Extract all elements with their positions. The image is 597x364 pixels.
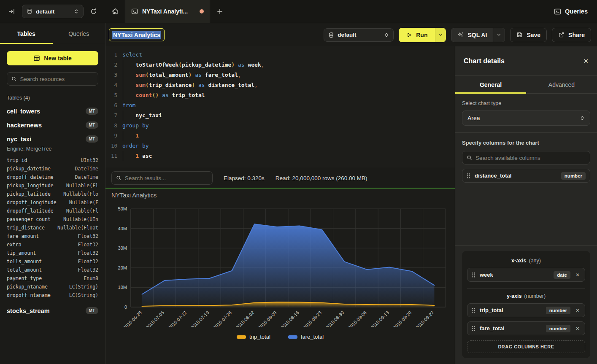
x-tick-label: 2015-08-30	[324, 310, 345, 327]
sql-ai-main[interactable]: SQL AI	[451, 28, 493, 42]
panel-tab-advanced-label: Advanced	[548, 81, 575, 88]
new-tab-button[interactable]	[210, 0, 230, 23]
tab-strip: NYTaxi Analyti...	[105, 0, 545, 23]
sidebar-search-input[interactable]	[20, 76, 94, 82]
y-tick-label: 20M	[118, 265, 127, 270]
table-name: nyc_taxi	[7, 136, 31, 143]
share-button-label: Share	[568, 32, 585, 38]
search-icon	[467, 155, 472, 161]
run-options-caret[interactable]	[435, 28, 446, 42]
chip-label: week	[480, 272, 549, 278]
code-text: 1 asc	[122, 151, 152, 161]
table-icon	[33, 55, 40, 62]
sql-ai-button[interactable]: SQL AI	[451, 28, 505, 42]
sidebar-database-selector[interactable]: default	[22, 5, 84, 18]
columns-search-input[interactable]	[475, 155, 586, 161]
remove-column-icon[interactable]: ✕	[575, 326, 581, 332]
x-tick-label: 2015-07-05	[145, 310, 165, 327]
x-tick-label: 2015-09-13	[370, 310, 390, 327]
table-name: cell_towers	[7, 108, 40, 115]
read-stat: Read: 20,000,000 rows (260.00 MB)	[276, 175, 367, 181]
column-type: DateTime	[75, 173, 98, 181]
query-title-input[interactable]: NYTaxi Analytics	[109, 28, 165, 41]
column-chip-trip_total[interactable]: trip_totalnumber✕	[467, 303, 585, 317]
column-chip-fare_total[interactable]: fare_totalnumber✕	[467, 321, 585, 335]
panel-tab-general-label: General	[480, 81, 502, 88]
chart-type-value: Area	[467, 115, 480, 121]
run-button[interactable]: Run	[399, 28, 446, 42]
type-badge: number	[546, 325, 570, 332]
drag-handle-icon[interactable]	[467, 173, 470, 178]
share-button[interactable]: Share	[552, 28, 591, 42]
column-chip-distance_total[interactable]: distance_totalnumber	[462, 169, 590, 183]
table-item-nyc-taxi[interactable]: nyc_taxi MT	[7, 135, 98, 143]
panel-tab-general[interactable]: General	[455, 76, 526, 93]
sidebar-search[interactable]	[7, 72, 98, 86]
columns-search[interactable]	[462, 151, 590, 164]
column-row: dropoff_longitudeNullable(F	[7, 198, 98, 207]
area-chart[interactable]: 010M20M30M40M50M2015-06-282015-07-052015…	[105, 202, 455, 327]
y-tick-label: 50M	[118, 206, 127, 211]
column-name: pickup_datetime	[7, 164, 51, 173]
x-tick-label: 2015-07-19	[190, 310, 210, 327]
new-table-button[interactable]: New table	[7, 51, 98, 65]
updown-chevron-icon	[580, 116, 585, 121]
run-button-main[interactable]: Run	[399, 28, 435, 42]
column-row: pickup_ntanameLC(String)	[7, 283, 98, 291]
home-button[interactable]	[105, 0, 125, 23]
column-name: dropoff_longitude	[7, 198, 57, 207]
legend-item-trip_total[interactable]: trip_total	[237, 334, 270, 340]
remove-column-icon[interactable]: ✕	[575, 272, 581, 278]
sidebar: Tables Queries New table Tables (4) cell…	[0, 23, 105, 364]
remove-column-icon[interactable]: ✕	[575, 307, 581, 313]
code-text: 1	[122, 131, 139, 141]
sparkles-icon	[457, 32, 464, 38]
database-selector-value: default	[36, 8, 70, 15]
results-search[interactable]	[111, 171, 213, 185]
line-number: 3	[105, 70, 117, 80]
column-row: dropoff_latitudeNullable(Fl	[7, 207, 98, 215]
query-tab[interactable]: NYTaxi Analyti...	[125, 0, 210, 23]
column-row: fare_amountFloat32	[7, 232, 98, 240]
panel-tab-advanced[interactable]: Advanced	[526, 76, 597, 93]
sidebar-tab-tables[interactable]: Tables	[0, 23, 53, 44]
refresh-button[interactable]	[88, 5, 100, 17]
query-database-selector[interactable]: default	[324, 28, 394, 42]
drag-handle-icon[interactable]	[472, 307, 475, 313]
line-number: 4	[105, 80, 117, 90]
legend-item-fare_total[interactable]: fare_total	[288, 334, 324, 340]
x-tick-label: 2015-09-06	[347, 310, 367, 327]
table-item-hackernews[interactable]: hackernews MT	[7, 121, 98, 129]
type-badge: date	[554, 271, 570, 279]
close-panel-icon[interactable]: ✕	[583, 57, 589, 65]
drag-handle-icon[interactable]	[472, 326, 475, 331]
chart-type-selector[interactable]: Area	[462, 111, 590, 126]
x-tick-label: 2015-06-28	[122, 310, 143, 327]
column-type: Float32	[78, 249, 98, 257]
queries-button[interactable]: Queries	[554, 8, 588, 15]
column-type: Nullable(Flo	[63, 190, 98, 198]
table-item-stocks-stream[interactable]: stocks_stream MT	[7, 307, 98, 314]
results-search-input[interactable]	[125, 175, 208, 181]
column-name: fare_amount	[7, 232, 39, 240]
column-type: Float32	[78, 240, 98, 249]
column-row: dropoff_datetimeDateTime	[7, 173, 98, 181]
panel-title: Chart details	[464, 57, 505, 65]
column-type: DateTime	[75, 164, 98, 173]
chevron-down-icon	[497, 32, 501, 37]
legend-label: fare_total	[301, 334, 324, 340]
y-tick-label: 40M	[118, 226, 127, 231]
table-item-cell-towers[interactable]: cell_towers MT	[7, 108, 98, 115]
code-text: order by	[122, 141, 149, 151]
drag-handle-icon[interactable]	[472, 272, 475, 278]
sql-ai-caret[interactable]	[493, 28, 505, 42]
axes-card: x-axis(any) weekdate✕ y-axis(number) tri…	[462, 251, 590, 358]
drop-zone[interactable]: DRAG COLUMNS HERE	[467, 340, 585, 353]
column-chip-week[interactable]: weekdate✕	[467, 268, 585, 282]
sidebar-tab-queries[interactable]: Queries	[53, 23, 105, 44]
sidebar-tab-tables-label: Tables	[17, 30, 35, 37]
save-button[interactable]: Save	[510, 28, 547, 42]
sql-ai-label: SQL AI	[467, 32, 487, 38]
collapse-sidebar-button[interactable]	[6, 5, 18, 17]
x-axis-title: x-axis(any)	[467, 258, 585, 264]
